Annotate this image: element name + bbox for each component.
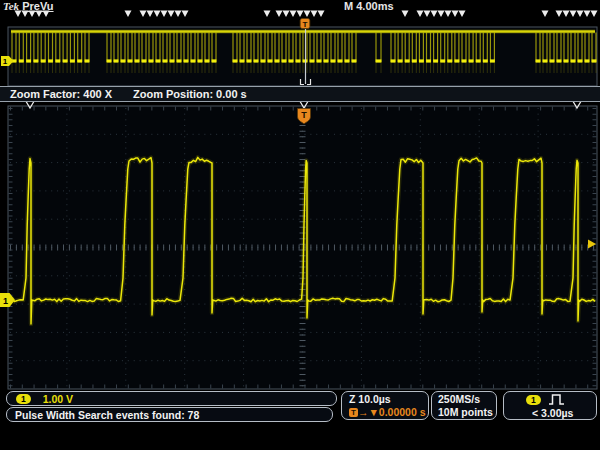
search-mark-icon — [424, 11, 431, 18]
sample-rate-readout: 250MS/s — [438, 393, 496, 406]
channel-badge[interactable]: 1 1.00 V — [6, 391, 337, 406]
trigger-readout-box[interactable]: 1 < 3.00µs — [503, 391, 597, 420]
header-bar: Tek PreVu — [3, 0, 54, 12]
search-mark-icon — [125, 11, 132, 18]
search-mark-icon — [264, 11, 271, 18]
search-mark-icon — [542, 11, 549, 18]
zoom-info-bar: Zoom Factor: 400 X Zoom Position: 0.00 s — [0, 86, 600, 102]
search-mark-icon — [445, 11, 452, 18]
main-timebase-readout: M 4.00ms — [344, 0, 394, 12]
search-mark-icon — [438, 11, 445, 18]
search-mark-icon — [147, 11, 154, 18]
search-events-message: Pulse Width Search events found: 78 — [15, 409, 199, 421]
search-mark-icon — [161, 11, 168, 18]
search-mark-icon — [297, 11, 304, 18]
search-mark-icon — [168, 11, 175, 18]
scope-graphics: 11TT — [0, 0, 600, 450]
svg-text:T: T — [301, 110, 307, 120]
search-mark-icon — [290, 11, 297, 18]
trigger-source-channel-icon: 1 — [526, 395, 541, 405]
svg-text:1: 1 — [3, 296, 8, 306]
brand-logo: Tek — [3, 0, 19, 12]
svg-text:T: T — [303, 20, 308, 29]
search-mark-icon — [154, 11, 161, 18]
zoom-factor-readout: Zoom Factor: 400 X — [10, 88, 112, 100]
overview-trigger-t-marker[interactable]: T — [300, 19, 310, 29]
search-mark-icon — [417, 11, 424, 18]
search-mark-icon — [591, 11, 598, 18]
search-mark-icon — [556, 11, 563, 18]
acquisition-readout-box: 250MS/s 10M points — [431, 391, 497, 420]
search-mark-icon — [276, 11, 283, 18]
search-mark-icon — [140, 11, 147, 18]
search-mark-icon — [283, 11, 290, 18]
search-mark-icon — [452, 11, 459, 18]
search-status-bar: Pulse Width Search events found: 78 — [6, 407, 333, 422]
search-mark-icon — [304, 11, 311, 18]
search-mark-icon — [577, 11, 584, 18]
horizontal-readout-box[interactable]: Z 10.0µs T→▼0.00000 s — [341, 391, 429, 420]
zoom-position-readout: Zoom Position: 0.00 s — [133, 88, 247, 100]
search-mark-icon — [402, 11, 409, 18]
search-mark-icon — [431, 11, 438, 18]
search-mark-icon — [459, 11, 466, 18]
trigger-position-value: 0.00000 s — [379, 406, 426, 418]
trigger-arrow-glyphs: →▼ — [358, 406, 379, 418]
search-mark-icon — [584, 11, 591, 18]
channel-scale-readout: 1.00 V — [43, 393, 73, 405]
trigger-source-line: 1 — [526, 393, 596, 407]
channel-1-icon: 1 — [16, 394, 31, 404]
svg-text:1: 1 — [3, 57, 8, 66]
acquisition-status: PreVu — [22, 0, 53, 12]
search-mark-icon — [182, 11, 189, 18]
search-mark-icon — [175, 11, 182, 18]
search-mark-icon — [563, 11, 570, 18]
search-mark-icon — [570, 11, 577, 18]
record-length-readout: 10M points — [438, 406, 496, 419]
trigger-position-readout: T→▼0.00000 s — [349, 406, 428, 419]
trigger-condition-readout: < 3.00µs — [526, 407, 596, 420]
trigger-t-icon: T — [349, 408, 358, 417]
pulse-width-icon — [548, 393, 566, 406]
zoom-timebase-readout: Z 10.0µs — [349, 393, 428, 406]
search-mark-icon — [311, 11, 318, 18]
search-mark-icon — [318, 11, 325, 18]
oscilloscope-screen: 11TT Tek PreVu M 4.00ms Zoom Factor: 400… — [0, 0, 600, 450]
